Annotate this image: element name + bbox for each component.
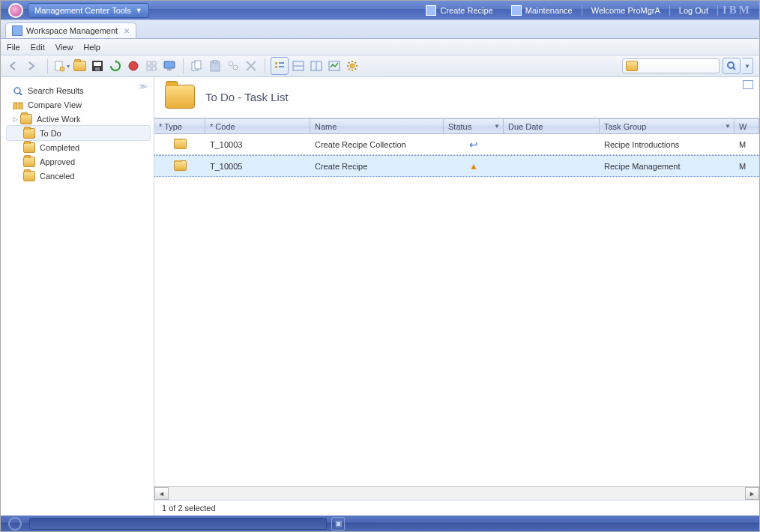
sidebar-item-canceled[interactable]: Canceled (7, 169, 150, 183)
table-body: T_10003 Create Recipe Collection ↩ Recip… (154, 134, 759, 486)
panel-header: To Do - Task List (154, 77, 759, 118)
cell-group: Recipe Management (600, 162, 735, 171)
table-row[interactable]: T_10003 Create Recipe Collection ↩ Recip… (154, 134, 759, 155)
chevron-down-icon[interactable]: ▼ (494, 123, 500, 130)
app-menu-label: Management Center Tools (34, 6, 131, 15)
activity-indicator-icon (8, 517, 22, 531)
svg-rect-24 (311, 61, 322, 70)
save-button[interactable] (89, 58, 106, 74)
expand-icon[interactable]: ▷ (13, 115, 18, 123)
toolbar-search-button[interactable] (723, 58, 741, 74)
paste-button[interactable] (207, 58, 223, 74)
stop-button[interactable] (125, 58, 142, 74)
folder-icon (174, 160, 187, 171)
col-header-type[interactable]: * Type (154, 119, 205, 133)
svg-line-35 (355, 62, 357, 64)
folder-icon (23, 142, 35, 153)
col-header-group[interactable]: Task Group▼ (600, 119, 735, 133)
folder-icon (174, 139, 187, 149)
cell-name: Create Recipe Collection (310, 140, 444, 149)
sidebar-close-icon[interactable]: ≫ (139, 82, 148, 91)
svg-rect-20 (279, 62, 284, 64)
table-header: * Type * Code Name Status▼ Due Date Task… (154, 118, 759, 134)
sidebar-item-active-work[interactable]: ▷ Active Work (7, 112, 150, 126)
folder-icon (165, 85, 195, 109)
folder-icon (23, 128, 35, 139)
sidebar-item-label: To Do (40, 129, 61, 138)
logout-link[interactable]: Log Out (679, 6, 708, 15)
folder-icon (20, 114, 32, 124)
sidebar-item-completed[interactable]: Completed (7, 140, 150, 154)
close-icon[interactable]: ✕ (124, 27, 130, 35)
chart-button[interactable] (326, 58, 343, 74)
link-create-recipe[interactable]: Create Recipe (426, 5, 492, 16)
menu-help[interactable]: Help (83, 43, 100, 52)
col-header-last[interactable]: W (735, 119, 759, 133)
chevron-down-icon[interactable]: ▼ (725, 123, 731, 130)
sidebar-item-to-do[interactable]: To Do (6, 125, 151, 141)
back-button[interactable] (7, 58, 24, 74)
maximize-icon[interactable] (743, 80, 753, 89)
cell-group: Recipe Introductions (600, 140, 735, 149)
settings-button[interactable] (344, 58, 361, 74)
link-label: Maintenance (525, 6, 573, 15)
grid-button[interactable] (143, 58, 160, 74)
link-maintenance[interactable]: Maintenance (511, 5, 573, 16)
svg-rect-12 (192, 62, 198, 70)
sidebar-item-search-results[interactable]: Search Results (7, 83, 150, 97)
sidebar-item-compare-view[interactable]: Compare View (7, 97, 150, 112)
cell-name: Create Recipe (310, 162, 444, 171)
compare-icon (13, 100, 23, 109)
menu-file[interactable]: File (7, 43, 20, 52)
toolbar-search-input[interactable] (622, 58, 720, 73)
scroll-right-button[interactable]: ► (745, 487, 759, 500)
tab-workspace-management[interactable]: Workspace Management ✕ (5, 22, 136, 38)
menu-view[interactable]: View (55, 43, 73, 52)
col-header-due[interactable]: Due Date (504, 119, 600, 133)
svg-rect-21 (279, 66, 284, 67)
sidebar-item-label: Search Results (28, 86, 84, 95)
svg-point-38 (14, 88, 20, 94)
globe-icon (8, 3, 23, 18)
forward-button[interactable] (25, 58, 42, 74)
separator (669, 5, 670, 16)
separator (717, 5, 718, 16)
open-button[interactable] (71, 58, 88, 74)
col-header-status[interactable]: Status▼ (444, 119, 504, 133)
chevron-down-icon: ▼ (136, 7, 142, 14)
welcome-text: Welcome ProMgrA (591, 6, 660, 15)
sidebar-item-approved[interactable]: Approved (7, 154, 150, 169)
folder-icon (23, 157, 35, 167)
horizontal-scrollbar[interactable]: ◄ ► (154, 486, 759, 500)
selection-count: 1 of 2 selected (162, 504, 216, 513)
copy-button[interactable] (189, 58, 205, 74)
svg-rect-10 (164, 61, 175, 68)
cell-status: ▲ (444, 161, 504, 172)
workspace-icon (12, 25, 22, 36)
monitor-button[interactable] (161, 58, 178, 74)
toolbar-search-options[interactable]: ▼ (742, 58, 753, 74)
status-panel-toggle[interactable]: ▣ (331, 517, 345, 531)
menu-edit[interactable]: Edit (31, 43, 45, 52)
layout-split-v-button[interactable] (308, 58, 325, 74)
view-list-button[interactable] (271, 57, 289, 75)
link-label: Log Out (679, 6, 708, 15)
folder-icon (23, 171, 35, 181)
tool-b-button[interactable] (243, 58, 259, 74)
scroll-left-button[interactable]: ◄ (154, 487, 169, 500)
sidebar-item-label: Completed (40, 143, 79, 152)
svg-rect-40 (13, 103, 17, 109)
tool-a-button[interactable] (225, 58, 241, 74)
svg-point-27 (350, 64, 355, 68)
refresh-button[interactable] (107, 58, 124, 74)
table-row[interactable]: T_10005 Create Recipe ▲ Recipe Managemen… (154, 155, 759, 177)
cell-code: T_10003 (205, 140, 310, 149)
layout-split-h-button[interactable] (290, 58, 307, 74)
svg-rect-41 (19, 103, 22, 109)
col-header-name[interactable]: Name (310, 119, 444, 133)
new-button[interactable]: ▾ (53, 58, 70, 74)
col-header-code[interactable]: * Code (205, 119, 310, 133)
svg-point-36 (728, 62, 734, 68)
separator (582, 5, 582, 16)
app-main-menu[interactable]: Management Center Tools ▼ (28, 3, 149, 18)
